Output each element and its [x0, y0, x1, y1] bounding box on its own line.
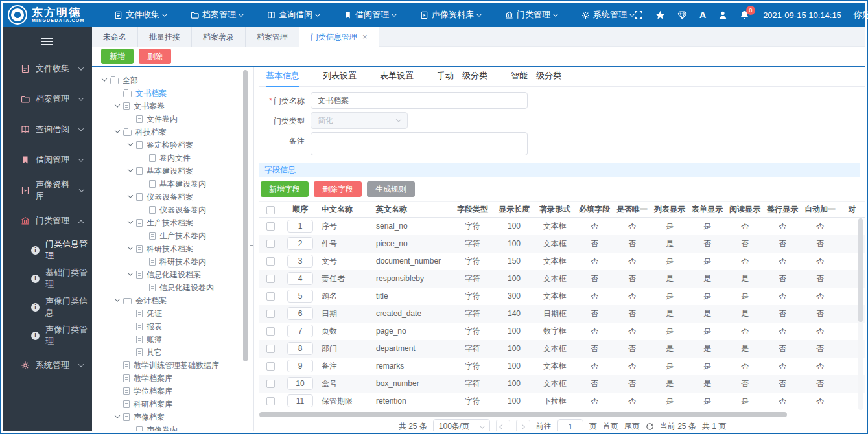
tree-node[interactable]: 声像档案	[97, 411, 244, 424]
sidebar-subitem-media-category-manage[interactable]: 声像门类管理	[3, 321, 92, 350]
chevron-down-icon[interactable]	[115, 128, 120, 133]
nav-item-system-manage[interactable]: 系统管理	[581, 9, 634, 21]
refresh-icon[interactable]	[646, 422, 654, 431]
page-size-select[interactable]: 100条/页	[433, 419, 490, 432]
panel-splitter-handle[interactable]	[250, 237, 253, 259]
detail-tab[interactable]: 列表设置	[323, 67, 357, 87]
chevron-down-icon[interactable]	[115, 102, 120, 107]
tree-node[interactable]: 教学训练管理基础数据库	[97, 359, 244, 372]
nav-item-query-borrow[interactable]: 查询借阅	[267, 9, 320, 21]
sidebar-collapse-button[interactable]	[3, 30, 92, 53]
order-input[interactable]	[287, 377, 313, 390]
window-tab[interactable]: 档案管理	[246, 27, 299, 47]
order-input[interactable]	[287, 237, 313, 250]
tree-node[interactable]: 科研档案库	[97, 398, 244, 411]
order-input[interactable]	[287, 325, 313, 337]
nav-item-category-manage[interactable]: 门类管理	[505, 9, 557, 21]
chevron-down-icon[interactable]	[128, 270, 133, 275]
tree-node[interactable]: 声像卷内	[97, 424, 244, 431]
nav-item-file-collect[interactable]: 文件收集	[114, 9, 167, 21]
tree-scrollbar[interactable]	[243, 69, 248, 430]
row-checkbox[interactable]	[266, 275, 275, 283]
sidebar-item-archive-manage[interactable]: 档案管理	[3, 84, 92, 114]
add-button[interactable]: 新增	[101, 49, 134, 64]
order-input[interactable]	[287, 272, 313, 285]
tree-node[interactable]: 仪器设备档案	[97, 190, 244, 203]
tree-node[interactable]: 信息化建设档案	[97, 268, 244, 281]
select-all-checkbox[interactable]	[266, 206, 275, 214]
delete-field-button[interactable]: 删除字段	[314, 181, 362, 197]
scrollbar-thumb[interactable]	[243, 70, 248, 361]
window-tab[interactable]: 未命名	[92, 27, 138, 47]
detail-tab[interactable]: 表单设置	[380, 67, 414, 87]
user-icon[interactable]	[718, 10, 727, 19]
diamond-icon[interactable]	[677, 10, 687, 20]
bell-icon[interactable]: 0	[740, 10, 749, 20]
row-checkbox[interactable]	[266, 345, 275, 353]
tree-node[interactable]: 科研技术档案	[97, 242, 244, 255]
tree-node[interactable]: 教学档案库	[97, 372, 244, 385]
order-input[interactable]	[287, 342, 313, 355]
generate-rule-button[interactable]: 生成规则	[367, 181, 415, 197]
tree-node[interactable]: 卷内文件	[97, 152, 244, 165]
tree-node[interactable]: 科研技术卷内	[97, 255, 244, 268]
chevron-down-icon[interactable]	[128, 244, 133, 249]
sidebar-subitem-media-category-info[interactable]: 声像门类信息	[3, 293, 92, 321]
next-page-button[interactable]	[516, 420, 530, 432]
detail-tab[interactable]: 基本信息	[266, 67, 299, 87]
window-tab[interactable]: 门类信息管理	[299, 27, 379, 47]
row-checkbox[interactable]	[266, 240, 275, 248]
category-name-input[interactable]	[311, 92, 528, 109]
tree-node[interactable]: 文书案卷	[97, 100, 244, 113]
row-checkbox[interactable]	[266, 222, 275, 231]
prev-page-button[interactable]	[496, 420, 510, 432]
sidebar-subitem-basic-category-manage[interactable]: 基础门类管理	[3, 264, 92, 293]
row-checkbox[interactable]	[266, 257, 275, 266]
table-vertical-scrollbar[interactable]	[858, 218, 863, 410]
delete-button[interactable]: 删除	[139, 49, 171, 64]
scrollbar-thumb[interactable]	[858, 218, 863, 322]
sidebar-item-media-library[interactable]: 声像资料库	[3, 175, 92, 205]
nav-item-borrow-manage[interactable]: 借阅管理	[344, 9, 396, 21]
chevron-down-icon[interactable]	[128, 218, 133, 223]
last-page-link[interactable]: 尾页	[624, 421, 640, 431]
detail-tab[interactable]: 手动二级分类	[437, 67, 487, 87]
chevron-down-icon[interactable]	[128, 166, 133, 172]
tree-node[interactable]: 学位档案库	[97, 385, 244, 398]
sidebar-item-borrow-manage[interactable]: 借阅管理	[3, 144, 92, 175]
tree-node[interactable]: 基本建设卷内	[97, 177, 244, 190]
row-checkbox[interactable]	[266, 380, 275, 388]
detail-tab[interactable]: 智能二级分类	[511, 67, 561, 87]
row-checkbox[interactable]	[266, 292, 275, 301]
sidebar-subitem-category-info-manage[interactable]: 门类信息管理	[3, 236, 92, 264]
tree-node[interactable]: 文件卷内	[97, 113, 244, 126]
first-page-link[interactable]: 首页	[603, 421, 618, 431]
sidebar-item-system-manage[interactable]: 系统管理	[3, 350, 92, 380]
logo[interactable]: 东方明德 MINGDEDATA.COM	[8, 5, 105, 25]
row-checkbox[interactable]	[266, 310, 275, 318]
window-tab[interactable]: 批量挂接	[138, 27, 192, 47]
page-number-input[interactable]	[557, 419, 583, 432]
order-input[interactable]	[287, 394, 313, 407]
tree-node[interactable]: 仪器设备卷内	[97, 203, 244, 216]
chevron-down-icon[interactable]	[128, 192, 133, 198]
tree-node[interactable]: 其它	[97, 346, 244, 359]
tree-node[interactable]: 会计档案	[97, 294, 244, 307]
tree-node[interactable]: 信息化建设卷内	[97, 281, 244, 294]
fullscreen-icon[interactable]	[634, 10, 643, 19]
add-field-button[interactable]: 新增字段	[261, 181, 309, 197]
tree-node[interactable]: 文书档案	[97, 87, 244, 100]
favorite-star-icon[interactable]	[655, 10, 665, 20]
row-checkbox[interactable]	[266, 362, 275, 371]
remark-textarea[interactable]	[311, 132, 528, 155]
chevron-down-icon[interactable]	[128, 141, 133, 146]
chevron-down-icon[interactable]	[115, 296, 120, 301]
table-horizontal-scrollbar[interactable]	[259, 412, 859, 417]
order-input[interactable]	[287, 255, 313, 268]
scrollbar-thumb[interactable]	[259, 412, 787, 417]
nav-item-media-library[interactable]: 声像资料库	[420, 9, 481, 21]
tree-node[interactable]: 生产技术档案	[97, 216, 244, 229]
sidebar-item-file-collect[interactable]: 文件收集	[3, 53, 92, 84]
chevron-down-icon[interactable]	[115, 413, 120, 418]
order-input[interactable]	[287, 220, 313, 233]
